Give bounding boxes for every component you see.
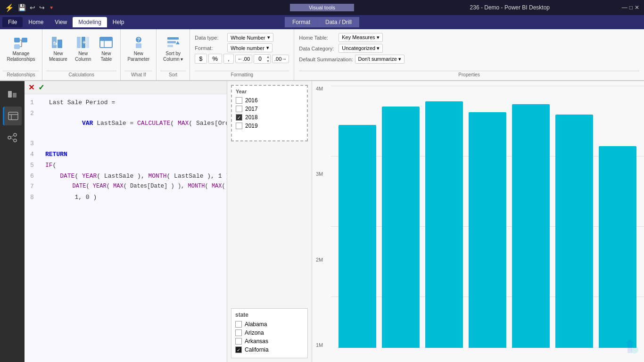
state-slicer-item-2: Arkansas [235,338,304,345]
main-area: ✕ ✓ 1 Last Sale Period = 2 VAR LastSale … [0,81,644,362]
data-category-dropdown[interactable]: Uncategorized ▾ [339,44,383,53]
year-checkbox-3[interactable] [236,123,242,129]
menu-item-home[interactable]: Home [23,17,49,27]
line-num-2: 2 [30,109,40,138]
sidebar-item-data[interactable] [3,107,22,125]
manage-relationships-label: ManageRelationships [7,51,35,62]
format-row: Format: Whole number ▾ [195,43,289,52]
app-logo-icon: ⚡ [5,3,14,12]
ribbon-group-properties: Home Table: Key Measures ▾ Data Category… [294,29,644,80]
year-slicer-panel: Year 2016 2017 ✓ 2018 2019 [231,85,308,141]
home-table-dropdown[interactable]: Key Measures ▾ [339,33,382,42]
new-column-icon: + [75,35,91,50]
decimal-up-button[interactable]: ▲ [266,55,270,59]
menu-item-data-drill[interactable]: Data / Drill [318,17,359,27]
line-num-4: 4 [30,150,40,160]
year-checkbox-1[interactable] [236,106,242,112]
sidebar-item-model[interactable] [3,128,22,147]
state-checkbox-3[interactable]: ✓ [235,346,242,353]
confirm-button[interactable]: ✓ [38,83,44,92]
watermark [620,337,639,357]
default-summarization-dropdown[interactable]: Don't summarize ▾ [355,55,405,64]
state-label-alabama: Alabama [245,321,267,328]
maximize-icon[interactable]: □ [629,4,633,11]
new-table-icon [99,35,114,50]
dollar-button[interactable]: $ [195,54,206,64]
slicer-panels: Year 2016 2017 ✓ 2018 2019 state [227,81,312,362]
svg-rect-21 [167,41,176,43]
state-slicer-title: state [235,312,304,318]
svg-rect-25 [13,93,17,98]
new-table-button[interactable]: NewTable [96,33,116,64]
decimal-input[interactable] [254,55,266,63]
state-checkbox-1[interactable] [235,329,242,336]
new-parameter-icon: ? [131,35,146,50]
menu-item-format[interactable]: Format [285,17,318,27]
currency-controls: $ % , ←.00 ▲ ▼ .00→ [195,54,289,64]
svg-rect-11 [86,37,89,48]
minimize-icon[interactable]: — [622,4,627,11]
chart-bar-2 [425,101,463,348]
new-measure-label: NewMeasure [49,51,67,62]
percent-button[interactable]: % [208,54,223,64]
svg-point-29 [8,136,11,139]
new-column-button[interactable]: + NewColumn [72,33,94,64]
sidebar-item-report[interactable] [3,85,22,104]
increase-decimal-button[interactable]: .00→ [272,55,289,63]
year-checkbox-0[interactable] [236,97,242,104]
format-label: Format: [195,45,225,51]
year-label-2: 2018 [245,114,258,121]
menu-item-modeling[interactable]: Modeling [73,17,107,27]
sort-by-column-button[interactable]: Sort byColumn ▾ [160,33,186,64]
new-column-label: NewColumn [75,51,91,62]
svg-marker-23 [176,41,180,44]
chart-bar-5 [555,115,593,348]
y-label-1m: 1M [316,342,323,348]
formatting-group-label: Formatting [195,71,289,78]
undo-icon[interactable]: ↩ [30,4,35,11]
new-parameter-label: NewParameter [127,51,149,62]
svg-rect-16 [100,37,112,41]
ribbon-group-relationships: ManageRelationships Relationships [0,29,42,80]
state-checkbox-2[interactable] [235,338,242,345]
decrease-decimal-button[interactable]: ←.00 [235,55,252,63]
new-parameter-button[interactable]: ? NewParameter [124,33,152,64]
line-num-1: 1 [30,98,40,108]
whatif-group-label: What If [124,71,152,78]
manage-relationships-button[interactable]: ManageRelationships [4,33,38,64]
year-label-1: 2017 [245,106,258,112]
cancel-button[interactable]: ✕ [28,83,34,92]
sort-group-label: Sort [160,71,186,78]
state-slicer-panel: state Alabama Arizona Arkansas ✓ Califor… [231,308,308,358]
data-type-dropdown[interactable]: Whole Number ▾ [227,33,273,42]
svg-rect-2 [14,44,20,49]
year-slicer-item-1: 2017 [236,106,303,112]
comma-button[interactable]: , [223,54,234,64]
close-icon[interactable]: ✕ [635,4,639,11]
decimal-down-button[interactable]: ▼ [266,59,270,63]
svg-point-30 [14,133,17,136]
new-measure-button[interactable]: fx NewMeasure [46,33,70,64]
home-table-row: Home Table: Key Measures ▾ [299,33,639,42]
format-dropdown[interactable]: Whole number ▾ [227,43,272,52]
menu-item-view[interactable]: View [49,17,73,27]
app-title: 236 - Demo - Power BI Desktop [470,4,550,11]
data-view-icon [8,111,18,121]
visual-tools-menu: Format Data / Drill [285,17,359,27]
code-editor-panel: ✕ ✓ 1 Last Sale Period = 2 VAR LastSale … [25,81,227,362]
year-checkbox-2[interactable]: ✓ [236,114,242,121]
year-label-0: 2016 [245,97,258,104]
code-content-1: Last Sale Period = [45,98,115,108]
state-checkbox-0[interactable] [235,321,242,328]
redo-icon[interactable]: ↪ [39,4,45,11]
home-table-label: Home Table: [299,35,337,41]
formula-bar: ✕ ✓ [25,81,227,94]
save-icon[interactable]: 💾 [18,4,26,11]
state-label-arkansas: Arkansas [245,338,268,345]
code-editor[interactable]: 1 Last Sale Period = 2 VAR LastSale = CA… [25,94,227,362]
menu-item-file[interactable]: File [2,17,23,27]
line-num-7: 7 [30,182,40,192]
menu-item-help[interactable]: Help [107,17,130,27]
left-sidebar [0,81,25,362]
dropdown-icon[interactable]: 🔻 [49,5,54,10]
